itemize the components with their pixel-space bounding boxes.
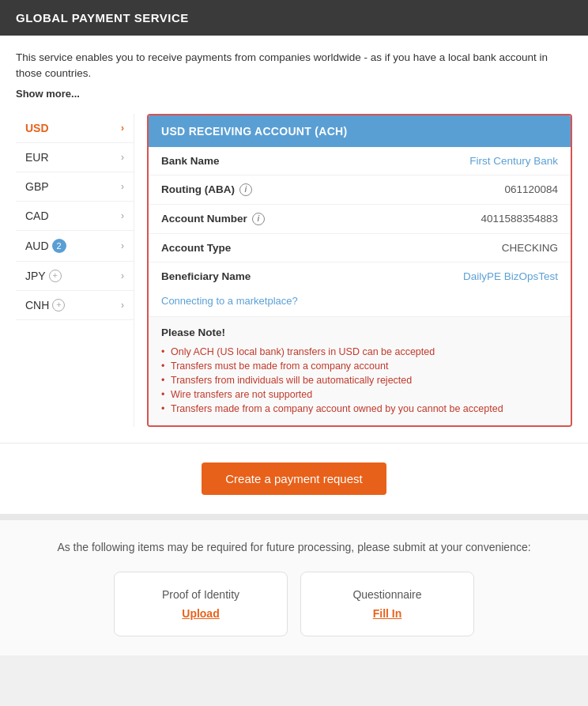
info-icon[interactable]: i [252,213,265,225]
detail-value: First Century Bank [469,155,558,167]
card-action-0[interactable]: Upload [138,607,263,620]
connecting-link[interactable]: Connecting to a marketplace? [149,290,571,316]
chevron-right-icon: › [121,152,124,163]
account-panel: USD RECEIVING ACCOUNT (ACH) Bank NameFir… [147,114,572,427]
main-section: USD›EUR›GBP›CAD›AUD2›JPY+›CNH+› USD RECE… [16,114,572,427]
note-item: Only ACH (US local bank) transfers in US… [161,345,558,359]
detail-row: Account Numberi4011588354883 [149,205,571,234]
sidebar-plus-jpy: + [49,270,62,282]
currency-sidebar: USD›EUR›GBP›CAD›AUD2›JPY+›CNH+› [16,114,134,427]
sidebar-plus-cnh: + [52,299,65,311]
sidebar-item-usd[interactable]: USD› [16,114,134,143]
sidebar-item-jpy[interactable]: JPY+› [16,262,134,291]
note-item: Transfers made from a company account ow… [161,402,558,416]
detail-value: DailyPE BizOpsTest [463,270,558,282]
detail-value: CHECKING [502,242,558,254]
sidebar-label-eur: EUR [25,151,49,164]
chevron-right-icon: › [121,181,124,192]
bottom-text: As the following items may be required f… [16,539,572,556]
card-title-1: Questionnaire [325,588,450,601]
chevron-right-icon: › [121,210,124,221]
sidebar-label-aud: AUD [25,240,49,252]
sidebar-item-gbp[interactable]: GBP› [16,172,134,202]
note-item: Wire transfers are not supported [161,387,558,402]
detail-label: Routing (ABA)i [161,183,252,196]
bottom-section: As the following items may be required f… [0,514,588,655]
main-content: This service enables you to receive paym… [0,36,588,443]
sidebar-label-gbp: GBP [25,180,49,193]
cards-row: Proof of IdentityUploadQuestionnaireFill… [16,572,572,636]
card-title-0: Proof of Identity [138,588,263,601]
page-title: GLOBAL PAYMENT SERVICE [16,11,189,25]
sidebar-label-cad: CAD [25,210,49,222]
sidebar-label-cnh: CNH [25,299,49,311]
detail-row: Account TypeCHECKING [149,234,571,262]
card-item-1: QuestionnaireFill In [300,572,474,636]
page-header: GLOBAL PAYMENT SERVICE [0,0,588,36]
button-area: Create a payment request [0,443,588,514]
detail-value: 4011588354883 [481,213,558,225]
note-section: Please Note! Only ACH (US local bank) tr… [149,316,571,425]
detail-label: Bank Name [161,155,220,167]
detail-label: Account Numberi [161,213,265,225]
info-icon[interactable]: i [239,183,252,196]
sidebar-badge-aud: 2 [52,239,66,253]
detail-row: Routing (ABA)i061120084 [149,176,571,205]
note-item: Transfers from individuals will be autom… [161,373,558,387]
intro-text: This service enables you to receive paym… [16,50,572,82]
account-panel-header: USD RECEIVING ACCOUNT (ACH) [149,115,571,147]
sidebar-item-aud[interactable]: AUD2› [16,231,134,262]
account-details: Bank NameFirst Century BankRouting (ABA)… [149,147,571,290]
chevron-right-icon: › [121,300,124,311]
show-more-link[interactable]: Show more... [16,88,80,100]
sidebar-label-usd: USD [25,122,49,134]
chevron-right-icon: › [121,123,124,134]
note-item: Transfers must be made from a company ac… [161,359,558,373]
note-title: Please Note! [161,327,558,338]
detail-row: Beneficiary NameDailyPE BizOpsTest [149,262,571,290]
chevron-right-icon: › [121,270,124,281]
card-item-0: Proof of IdentityUpload [114,572,288,636]
sidebar-item-cnh[interactable]: CNH+› [16,291,134,320]
detail-value: 061120084 [504,183,558,195]
note-list: Only ACH (US local bank) transfers in US… [161,345,558,416]
detail-label: Account Type [161,242,231,254]
detail-label: Beneficiary Name [161,270,251,282]
card-action-1[interactable]: Fill In [325,607,450,620]
sidebar-item-eur[interactable]: EUR› [16,143,134,172]
detail-row: Bank NameFirst Century Bank [149,147,571,176]
sidebar-item-cad[interactable]: CAD› [16,202,134,231]
sidebar-label-jpy: JPY [25,270,46,282]
chevron-right-icon: › [121,240,124,251]
payment-request-button[interactable]: Create a payment request [202,462,386,495]
